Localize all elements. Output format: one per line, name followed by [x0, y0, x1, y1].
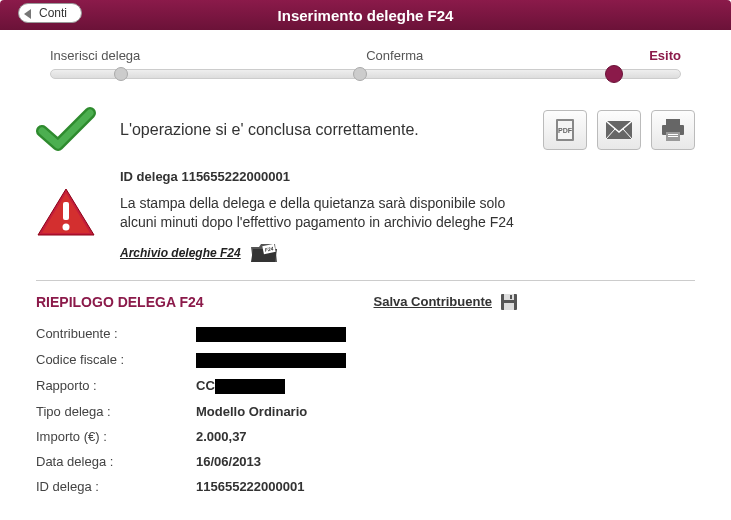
iddelega-label: ID delega :: [36, 474, 196, 499]
save-icon: [500, 293, 518, 311]
email-button[interactable]: [597, 110, 641, 150]
id-delega-line: ID delega 115655222000001: [120, 169, 695, 184]
step-dot-1: [114, 67, 128, 81]
step-dot-3-active: [605, 65, 623, 83]
rapporto-prefix: CC: [196, 378, 215, 393]
email-icon: [605, 120, 633, 140]
progress-stepper: Inserisci delega Conferma Esito: [50, 48, 681, 79]
id-delega-value: 115655222000001: [181, 169, 289, 184]
divider: [36, 280, 695, 281]
print-button[interactable]: [651, 110, 695, 150]
summary-title: RIEPILOGO DELEGA F24: [36, 294, 204, 310]
datadelega-value: 16/06/2013: [196, 449, 346, 474]
datadelega-label: Data delega :: [36, 449, 196, 474]
codicefiscale-value: [196, 347, 346, 373]
svg-text:PDF: PDF: [558, 127, 573, 134]
rapporto-label: Rapporto :: [36, 373, 196, 399]
folder-icon: F24: [249, 242, 279, 264]
importo-label: Importo (€) :: [36, 424, 196, 449]
svg-rect-15: [510, 295, 512, 299]
svg-rect-16: [504, 303, 514, 310]
save-contribuente-label: Salva Contribuente: [374, 294, 492, 309]
contribuente-value: [196, 321, 346, 347]
svg-rect-7: [668, 134, 678, 135]
step-2-label: Conferma: [366, 48, 423, 63]
svg-rect-9: [63, 202, 69, 220]
summary-grid: Contribuente : Codice fiscale : Rapporto…: [36, 321, 346, 499]
pdf-button[interactable]: PDF: [543, 110, 587, 150]
rapporto-value: CC: [196, 373, 346, 399]
warning-icon: [36, 187, 96, 237]
archive-link[interactable]: Archivio deleghe F24 F24: [120, 242, 279, 264]
svg-point-10: [63, 224, 70, 231]
step-dot-2: [353, 67, 367, 81]
id-delega-label: ID delega: [120, 169, 178, 184]
iddelega-value: 115655222000001: [196, 474, 346, 499]
header-bar: Conti Inserimento deleghe F24: [0, 0, 731, 30]
pdf-icon: PDF: [553, 117, 577, 143]
svg-rect-8: [668, 136, 678, 137]
warning-text: La stampa della delega e della quietanza…: [120, 194, 520, 232]
page-title: Inserimento deleghe F24: [0, 7, 731, 24]
codicefiscale-label: Codice fiscale :: [36, 347, 196, 373]
svg-rect-14: [504, 294, 514, 300]
print-icon: [660, 118, 686, 142]
save-contribuente-link[interactable]: Salva Contribuente: [374, 293, 518, 311]
importo-value: 2.000,37: [196, 424, 346, 449]
step-1-label: Inserisci delega: [50, 48, 140, 63]
step-track: [50, 69, 681, 79]
contribuente-label: Contribuente :: [36, 321, 196, 347]
back-button[interactable]: Conti: [18, 3, 82, 23]
archive-link-label: Archivio deleghe F24: [120, 246, 241, 260]
tipodelega-label: Tipo delega :: [36, 399, 196, 424]
step-3-label: Esito: [649, 48, 681, 63]
success-message: L'operazione si e' conclusa correttament…: [120, 121, 543, 139]
back-label: Conti: [39, 6, 67, 20]
svg-rect-4: [666, 119, 680, 125]
tipodelega-value: Modello Ordinario: [196, 399, 346, 424]
success-checkmark-icon: [36, 105, 96, 155]
